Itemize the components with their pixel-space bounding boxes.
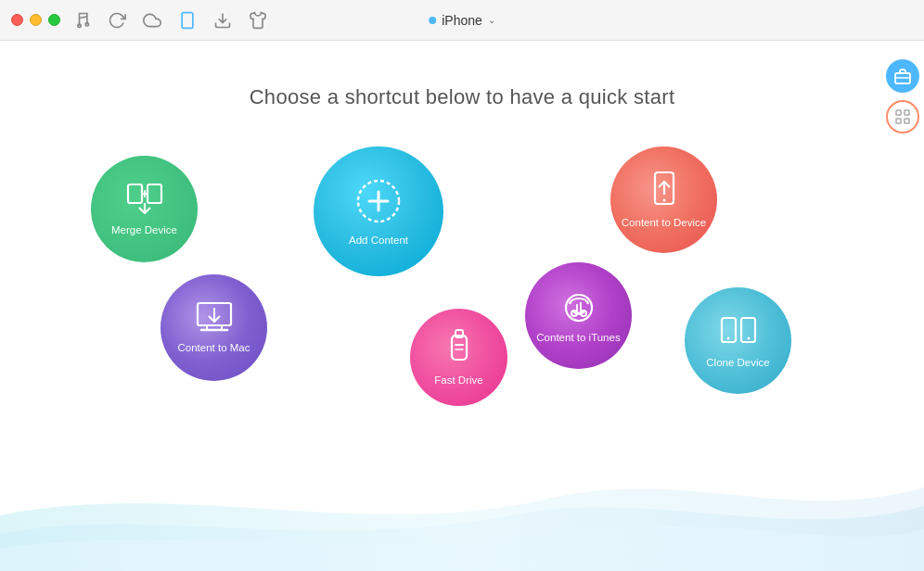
download-icon[interactable] bbox=[212, 10, 233, 31]
fast-drive-icon bbox=[446, 328, 472, 370]
clone-device-icon bbox=[718, 312, 759, 352]
svg-rect-33 bbox=[905, 110, 909, 115]
grid-icon bbox=[894, 108, 911, 125]
svg-rect-7 bbox=[148, 184, 161, 203]
svg-rect-6 bbox=[128, 184, 142, 203]
svg-rect-32 bbox=[896, 110, 901, 115]
svg-rect-34 bbox=[896, 119, 901, 123]
merge-device-button[interactable]: Merge Device bbox=[91, 156, 198, 262]
content-to-mac-label: Content to Mac bbox=[178, 341, 250, 355]
svg-line-2 bbox=[80, 16, 87, 18]
briefcase-icon bbox=[894, 68, 911, 84]
content-to-itunes-label: Content to iTunes bbox=[536, 331, 620, 345]
tools-icon[interactable] bbox=[248, 10, 268, 31]
content-to-mac-button[interactable]: Content to Mac bbox=[160, 274, 267, 381]
add-content-label: Add Content bbox=[349, 234, 408, 247]
add-content-icon bbox=[353, 175, 404, 230]
merge-device-icon bbox=[126, 182, 163, 220]
svg-rect-35 bbox=[905, 119, 909, 123]
shortcuts-area: Merge Device Add Content bbox=[63, 137, 861, 471]
content-to-mac-icon bbox=[194, 301, 235, 337]
clone-device-label: Clone Device bbox=[706, 356, 769, 370]
add-content-button[interactable]: Add Content bbox=[314, 146, 443, 276]
fast-drive-button[interactable]: Fast Drive bbox=[410, 309, 507, 406]
content-to-device-label: Content to Device bbox=[622, 216, 706, 230]
side-panel bbox=[881, 41, 924, 571]
cloud-icon[interactable] bbox=[142, 10, 162, 31]
refresh-icon[interactable] bbox=[107, 10, 127, 31]
main-content: Choose a shortcut below to have a quick … bbox=[0, 41, 924, 571]
maximize-button[interactable] bbox=[48, 14, 60, 26]
minimize-button[interactable] bbox=[30, 14, 42, 26]
toolbar-icons bbox=[71, 10, 268, 31]
device-chevron-icon: ⌄ bbox=[488, 15, 495, 25]
side-panel-btn2[interactable] bbox=[886, 100, 919, 133]
content-to-itunes-icon bbox=[558, 287, 599, 327]
page-subtitle: Choose a shortcut below to have a quick … bbox=[250, 85, 675, 109]
clone-device-button[interactable]: Clone Device bbox=[685, 287, 791, 394]
content-to-device-button[interactable]: Content to Device bbox=[610, 146, 717, 253]
traffic-lights bbox=[11, 14, 60, 26]
svg-rect-16 bbox=[452, 336, 467, 360]
titlebar: iPhone ⌄ bbox=[0, 0, 924, 41]
content-to-itunes-button[interactable]: Content to iTunes bbox=[525, 262, 632, 369]
content-to-device-icon bbox=[647, 171, 682, 212]
device-icon[interactable] bbox=[177, 10, 198, 31]
merge-device-label: Merge Device bbox=[111, 223, 177, 237]
svg-rect-3 bbox=[182, 12, 193, 28]
fast-drive-label: Fast Drive bbox=[434, 374, 482, 387]
music-icon[interactable] bbox=[71, 10, 92, 31]
side-panel-btn1[interactable] bbox=[886, 59, 919, 93]
device-status-dot bbox=[429, 17, 436, 24]
device-name: iPhone bbox=[442, 13, 482, 28]
device-indicator[interactable]: iPhone ⌄ bbox=[429, 13, 495, 28]
close-button[interactable] bbox=[11, 14, 23, 26]
